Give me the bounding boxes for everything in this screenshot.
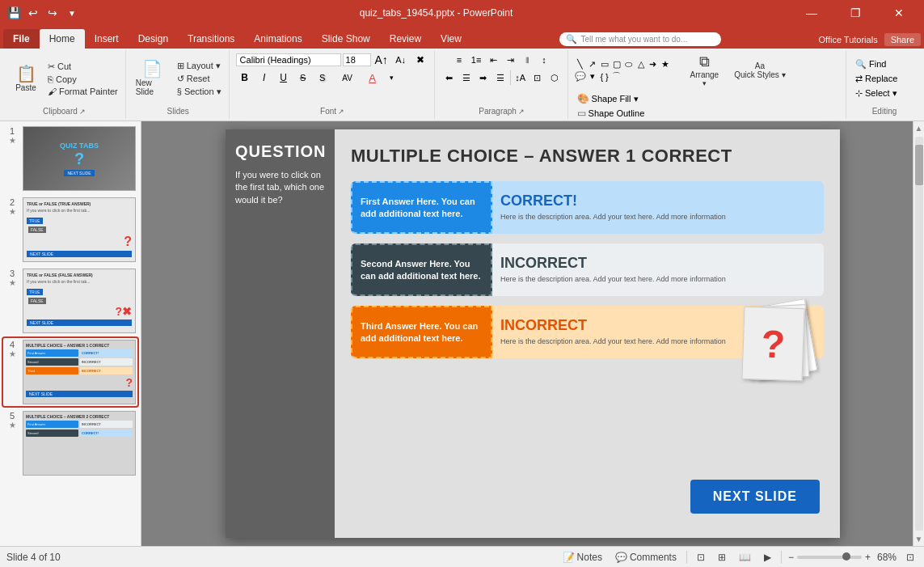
slide-thumb-4[interactable]: 4 ★ MULTIPLE CHOICE – ANSWER 1 CORRECT F… (3, 338, 137, 406)
minimize-button[interactable]: — (793, 0, 830, 26)
answer-box-2[interactable]: Second Answer Here. You can add addition… (351, 243, 492, 296)
shape-triangle[interactable]: △ (635, 59, 647, 70)
new-slide-button[interactable]: 📄 New Slide (133, 52, 173, 105)
slide-thumb-2[interactable]: 2 ★ TRUE or FALSE (TRUE ANSWER) If you w… (3, 196, 137, 264)
scroll-down-btn[interactable]: ▼ (913, 532, 924, 546)
shape-outline-button[interactable]: ▭ Shape Outline (575, 107, 648, 120)
tab-slideshow[interactable]: Slide Show (312, 29, 380, 49)
strikethrough-button[interactable]: S (294, 70, 312, 86)
justify-btn[interactable]: ☰ (492, 70, 508, 86)
increase-indent-btn[interactable]: ⇥ (502, 52, 518, 68)
shape-bracket[interactable]: { } (599, 71, 610, 83)
para-expand-icon[interactable]: ↗ (518, 108, 525, 116)
smartart-btn[interactable]: ⬡ (546, 70, 563, 86)
restore-button[interactable]: ❐ (837, 0, 874, 26)
reset-button[interactable]: ↺ Reset (175, 73, 224, 85)
shape-curve[interactable]: ⌒ (611, 71, 622, 83)
save-icon[interactable]: 💾 (6, 6, 21, 20)
notes-button[interactable]: 📝 Notes (559, 550, 605, 565)
text-direction-btn[interactable]: ↕A (513, 70, 529, 86)
shape-star[interactable]: ★ (660, 59, 671, 70)
slide-sorter-btn[interactable]: ⊞ (715, 550, 729, 565)
shadow-button[interactable]: S (314, 70, 331, 86)
close-button[interactable]: ✕ (880, 0, 918, 26)
character-spacing-btn[interactable]: AV (339, 70, 357, 86)
answer-box-3[interactable]: Third Answer Here. You can add additiona… (351, 306, 492, 358)
shape-rtarrow[interactable]: ➜ (648, 59, 659, 70)
align-right-btn[interactable]: ➡ (475, 70, 492, 86)
shape-arrow[interactable]: ↗ (587, 59, 598, 70)
font-expand-icon[interactable]: ↗ (338, 108, 344, 116)
slide-5-thumbnail[interactable]: MULTIPLE CHOICE – ANSWER 2 CORRECT First… (23, 411, 136, 476)
zoom-in-btn[interactable]: + (865, 552, 871, 563)
office-tutorials-link[interactable]: Office Tutorials (818, 35, 877, 44)
paste-button[interactable]: 📋 Paste (8, 52, 44, 105)
tab-review[interactable]: Review (380, 29, 431, 49)
slide-thumb-3[interactable]: 3 ★ TRUE or FALSE (FALSE ANSWER) If you … (3, 267, 137, 335)
tab-design[interactable]: Design (129, 29, 178, 49)
zoom-out-btn[interactable]: − (788, 552, 794, 563)
numbering-button[interactable]: 1≡ (468, 52, 484, 68)
answer-row-1[interactable]: First Answer Here. You can add additiona… (351, 181, 824, 234)
shape-callout[interactable]: 💬 (575, 71, 586, 83)
replace-button[interactable]: ⇄ Replace (853, 73, 900, 85)
reading-view-btn[interactable]: 📖 (736, 550, 754, 565)
linespacing-button[interactable]: ↕ (536, 52, 552, 68)
clear-format-btn[interactable]: ✖ (411, 52, 429, 68)
shape-more[interactable]: ▾ (587, 71, 598, 83)
font-color-dropdown[interactable]: ▾ (383, 70, 401, 86)
italic-button[interactable]: I (255, 70, 273, 86)
tab-insert[interactable]: Insert (85, 29, 129, 49)
clipboard-expand-icon[interactable]: ↗ (79, 108, 86, 116)
bold-button[interactable]: B (236, 70, 254, 86)
shape-oval[interactable]: ⬭ (623, 59, 635, 70)
tab-file[interactable]: File (3, 29, 40, 49)
tab-transitions[interactable]: Transitions (178, 29, 244, 49)
shape-line[interactable]: ╲ (575, 59, 586, 70)
quick-styles-button[interactable]: Aa Quick Styles ▾ (729, 60, 790, 81)
align-center-btn[interactable]: ☰ (458, 70, 475, 86)
undo-icon[interactable]: ↩ (26, 6, 40, 20)
select-button[interactable]: ⊹ Select ▾ (853, 87, 900, 99)
slide-thumb-1[interactable]: 1 ★ QUIZ TABS ? NEXT SLIDE (3, 125, 137, 193)
decrease-font-btn[interactable]: A↓ (392, 52, 410, 68)
ribbon-search-box[interactable]: 🔍 Tell me what you want to do... (559, 32, 721, 46)
zoom-thumb[interactable] (842, 552, 850, 561)
tab-animations[interactable]: Animations (244, 29, 311, 49)
scroll-up-btn[interactable]: ▲ (913, 121, 924, 135)
answer-row-2[interactable]: Second Answer Here. You can add addition… (351, 243, 824, 296)
shape-rect[interactable]: ▭ (599, 59, 610, 70)
zoom-track[interactable] (797, 556, 862, 559)
cut-button[interactable]: ✂ Cut (45, 61, 120, 73)
share-button[interactable]: Share (884, 33, 921, 46)
format-painter-button[interactable]: 🖌 Format Painter (45, 86, 120, 97)
scroll-thumb[interactable] (915, 145, 923, 185)
increase-font-btn[interactable]: A↑ (373, 52, 390, 68)
arrange-button[interactable]: ⧉ Arrange ▾ (687, 52, 723, 89)
shape-roundrect[interactable]: ▢ (611, 59, 622, 70)
slide-1-thumbnail[interactable]: QUIZ TABS ? NEXT SLIDE (23, 126, 136, 191)
copy-button[interactable]: ⎘ Copy (45, 74, 120, 85)
fit-slide-btn[interactable]: ⊡ (903, 550, 918, 565)
font-size-input[interactable]: 18 (343, 53, 371, 66)
slideshow-btn[interactable]: ▶ (761, 550, 774, 565)
slide-thumb-5[interactable]: 5 ★ MULTIPLE CHOICE – ANSWER 2 CORRECT F… (3, 409, 137, 477)
slide-4-thumbnail[interactable]: MULTIPLE CHOICE – ANSWER 1 CORRECT First… (23, 340, 136, 404)
redo-icon[interactable]: ↪ (45, 6, 60, 20)
decrease-indent-btn[interactable]: ⇤ (485, 52, 501, 68)
customize-icon[interactable]: ▼ (65, 6, 79, 20)
bullets-button[interactable]: ≡ (451, 52, 467, 68)
find-button[interactable]: 🔍 Find (853, 58, 900, 70)
normal-view-btn[interactable]: ⊡ (694, 550, 708, 565)
comments-button[interactable]: 💬 Comments (612, 550, 680, 565)
slide-3-thumbnail[interactable]: TRUE or FALSE (FALSE ANSWER) If you were… (23, 269, 136, 333)
tab-home[interactable]: Home (40, 29, 85, 49)
columns-button[interactable]: ⫴ (519, 52, 535, 68)
slide-2-thumbnail[interactable]: TRUE or FALSE (TRUE ANSWER) If you were … (23, 197, 136, 262)
answer-box-1[interactable]: First Answer Here. You can add additiona… (351, 181, 492, 234)
section-button[interactable]: § Section ▾ (175, 86, 224, 98)
font-name-dropdown[interactable]: Calibri (Headings) (236, 53, 341, 66)
font-color-button[interactable]: A (364, 70, 382, 86)
shape-fill-button[interactable]: 🎨 Shape Fill ▾ (575, 92, 648, 105)
layout-button[interactable]: ⊞ Layout ▾ (175, 60, 224, 72)
